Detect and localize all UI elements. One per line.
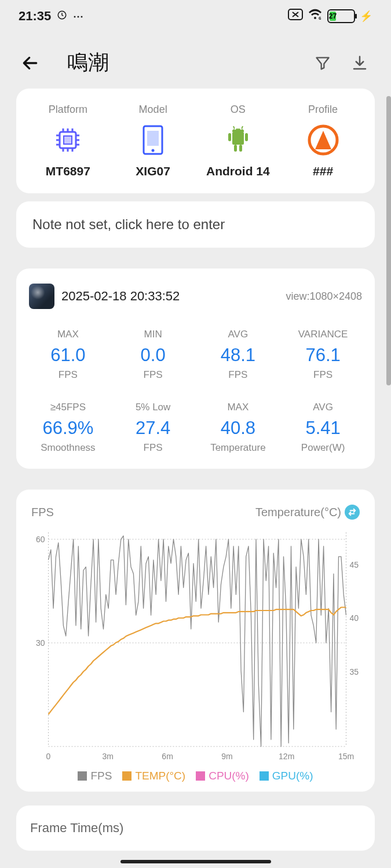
svg-text:3m: 3m — [103, 752, 114, 761]
more-icon: ⋯ — [73, 10, 83, 23]
page-title: 鳴潮 — [67, 49, 298, 77]
svg-point-27 — [235, 128, 236, 130]
svg-text:60: 60 — [36, 535, 45, 544]
svg-rect-22 — [245, 133, 248, 141]
session-timestamp: 2025-02-18 20:33:52 — [61, 289, 279, 304]
stat-cell: VARIANCE76.1FPS — [280, 329, 366, 381]
session-resolution: view:1080×2408 — [286, 290, 362, 303]
charging-icon: ⚡ — [360, 10, 372, 23]
device-info-card: Platform MT6897 Model XIG07 OS Android 1… — [16, 89, 375, 193]
session-avatar — [29, 284, 54, 309]
filter-button[interactable] — [310, 50, 335, 76]
clock-icon — [57, 10, 67, 23]
status-time: 21:35 — [19, 9, 51, 24]
download-button[interactable] — [347, 50, 372, 76]
battery-icon: 27 — [327, 9, 355, 23]
svg-text:35: 35 — [350, 667, 359, 676]
svg-text:9m: 9m — [221, 752, 232, 761]
stat-cell: AVG5.41Power(W) — [280, 402, 366, 454]
device-profile: Profile ### — [280, 104, 366, 178]
svg-text:6m: 6m — [162, 752, 173, 761]
svg-line-26 — [242, 126, 243, 129]
status-bar: 21:35 ⋯ 6 27 ⚡ — [0, 0, 391, 32]
svg-point-28 — [240, 128, 242, 130]
home-indicator[interactable] — [120, 860, 271, 863]
svg-rect-18 — [147, 131, 159, 146]
svg-rect-23 — [234, 145, 237, 152]
back-button[interactable] — [19, 52, 42, 75]
svg-text:30: 30 — [36, 638, 45, 648]
note-input[interactable]: Note not set, click here to enter — [16, 201, 375, 248]
profile-icon — [280, 124, 366, 156]
svg-text:15m: 15m — [338, 752, 354, 761]
stat-cell: MAX40.8Temperature — [196, 402, 281, 454]
svg-point-19 — [152, 149, 155, 152]
svg-line-25 — [233, 126, 235, 129]
axis-swap-button[interactable] — [345, 505, 360, 520]
fps-temperature-chart[interactable]: 306035404503m6m9m12m15m — [25, 529, 366, 766]
android-icon — [196, 124, 281, 156]
session-stats-card: 2025-02-18 20:33:52 view:1080×2408 MAX61… — [16, 269, 375, 469]
svg-text:45: 45 — [350, 560, 359, 569]
svg-text:40: 40 — [350, 613, 359, 623]
device-model: Model XIG07 — [111, 104, 196, 178]
stat-cell: ≥45FPS66.9%Smoothness — [25, 402, 111, 454]
chart-legend: FPS TEMP(°C) CPU(%) GPU(%) — [25, 766, 366, 782]
svg-rect-24 — [239, 145, 242, 152]
stat-cell: MIN0.0FPS — [111, 329, 196, 381]
device-os: OS Android 14 — [196, 104, 281, 178]
svg-rect-20 — [232, 132, 244, 145]
svg-rect-21 — [228, 133, 231, 141]
svg-text:6: 6 — [319, 16, 321, 21]
svg-rect-4 — [64, 136, 72, 144]
frame-time-card[interactable]: Frame Time(ms) — [16, 806, 375, 851]
cpu-icon — [25, 124, 111, 156]
chart-right-axis-label: Temperature(°C) — [255, 506, 341, 519]
svg-text:12m: 12m — [279, 752, 294, 761]
stat-cell: MAX61.0FPS — [25, 329, 111, 381]
app-header: 鳴潮 — [0, 32, 391, 89]
svg-text:0: 0 — [46, 752, 51, 761]
chart-left-axis-label: FPS — [31, 506, 54, 519]
device-platform: Platform MT6897 — [25, 104, 111, 178]
fps-chart-card: FPS Temperature(°C) 306035404503m6m9m12m… — [16, 490, 375, 792]
scrollbar[interactable] — [386, 96, 391, 385]
notif-icon — [288, 9, 303, 24]
stat-cell: 5% Low27.4FPS — [111, 402, 196, 454]
wifi-icon: 6 — [308, 9, 323, 24]
stat-cell: AVG48.1FPS — [196, 329, 281, 381]
phone-icon — [111, 124, 196, 156]
